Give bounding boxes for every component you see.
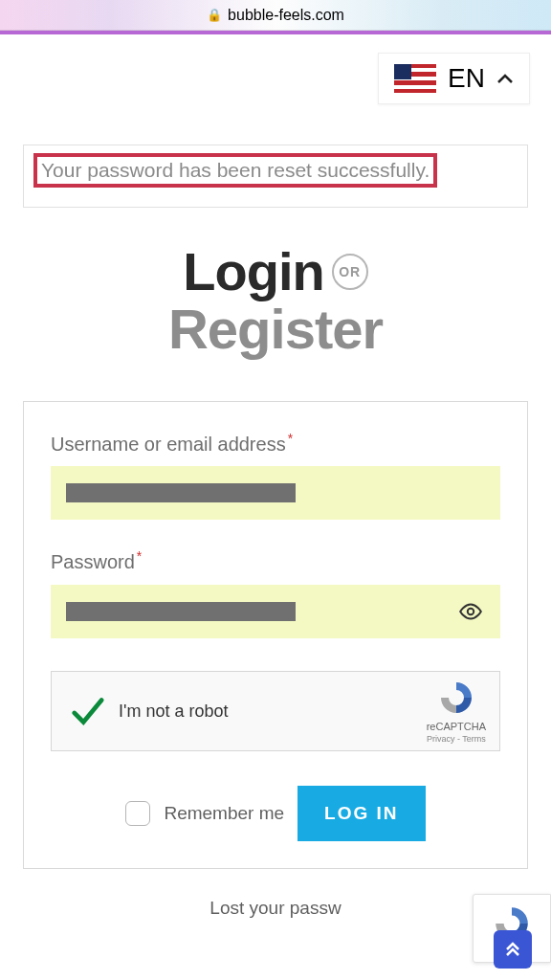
- username-label: Username or email address*: [51, 431, 500, 456]
- lock-icon: 🔒: [207, 8, 222, 22]
- login-heading: Login: [183, 244, 323, 301]
- login-form: Username or email address* Password* I'm…: [23, 401, 528, 869]
- alert-container: Your password has been reset successfull…: [23, 145, 528, 208]
- action-row: Remember me LOG IN: [51, 786, 500, 841]
- lost-password-link[interactable]: Lost your passw: [0, 898, 551, 919]
- page-heading: Login OR Register: [0, 244, 551, 359]
- language-code: EN: [448, 63, 485, 94]
- recaptcha-box[interactable]: I'm not a robot reCAPTCHA Privacy - Term…: [51, 671, 500, 751]
- language-selector[interactable]: EN: [378, 53, 530, 104]
- checkmark-icon: [69, 693, 105, 729]
- url-text: bubble-feels.com: [228, 7, 344, 24]
- username-value-masked: [66, 483, 296, 502]
- password-input[interactable]: [51, 585, 500, 638]
- username-input[interactable]: [51, 466, 500, 520]
- password-value-masked: [66, 602, 296, 621]
- remember-label: Remember me: [164, 803, 284, 824]
- login-button[interactable]: LOG IN: [298, 786, 425, 841]
- register-heading: Register: [0, 301, 551, 359]
- password-label: Password*: [51, 548, 500, 573]
- progress-bar: [0, 31, 551, 34]
- us-flag-icon: [394, 64, 436, 93]
- chevron-double-up-icon: [503, 940, 522, 959]
- recaptcha-label: I'm not a robot: [119, 702, 229, 722]
- remember-checkbox[interactable]: [125, 801, 150, 826]
- recaptcha-branding: reCAPTCHA Privacy - Terms: [427, 679, 486, 744]
- or-badge: OR: [332, 254, 368, 290]
- recaptcha-logo-icon: [437, 679, 475, 717]
- scroll-top-button[interactable]: [494, 930, 532, 969]
- chevron-up-icon: [496, 73, 514, 84]
- browser-address-bar: 🔒 bubble-feels.com: [0, 0, 551, 31]
- alert-message: Your password has been reset successfull…: [41, 159, 430, 181]
- alert-highlight: Your password has been reset successfull…: [33, 153, 437, 188]
- eye-icon[interactable]: [458, 599, 483, 624]
- svg-point-0: [468, 609, 474, 615]
